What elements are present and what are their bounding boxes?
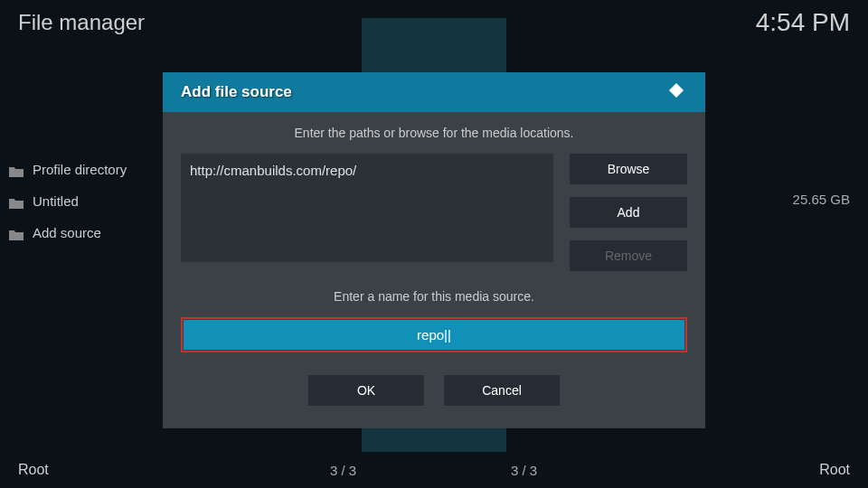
footer-counter-left: 3 / 3 bbox=[330, 463, 356, 478]
name-instruction: Enter a name for this media source. bbox=[181, 289, 687, 304]
page-title: File manager bbox=[18, 10, 145, 35]
sidebar-item-label: Untitled bbox=[33, 193, 79, 209]
dialog-title: Add file source bbox=[181, 83, 292, 101]
footer-left-label: Root bbox=[18, 462, 49, 478]
name-input-highlight: repo| bbox=[181, 317, 687, 352]
folder-icon bbox=[9, 164, 24, 175]
footer-counter-right: 3 / 3 bbox=[511, 463, 537, 478]
kodi-logo-icon bbox=[665, 81, 687, 103]
dialog-header: Add file source bbox=[163, 72, 705, 112]
add-button[interactable]: Add bbox=[570, 197, 687, 228]
size-label: 25.65 GB bbox=[793, 192, 850, 207]
dialog-actions: OK Cancel bbox=[181, 375, 687, 406]
sidebar-item-label: Add source bbox=[33, 225, 101, 240]
sidebar-item-add-source[interactable]: Add source bbox=[9, 217, 172, 249]
clock: 4:54 PM bbox=[756, 8, 850, 37]
path-row: http://cmanbuilds.com/repo/ Browse Add R… bbox=[181, 154, 687, 271]
header: File manager 4:54 PM bbox=[0, 0, 868, 45]
sidebar-item-label: Profile directory bbox=[33, 162, 127, 177]
sidebar-item-untitled[interactable]: Untitled bbox=[9, 185, 172, 217]
sidebar-item-profile[interactable]: Profile directory bbox=[9, 154, 172, 185]
folder-icon bbox=[9, 228, 24, 239]
footer: Root 3 / 3 3 / 3 Root bbox=[0, 452, 868, 488]
name-input-value: repo bbox=[417, 327, 444, 343]
dialog-body: Enter the paths or browse for the media … bbox=[163, 112, 705, 428]
footer-right-label: Root bbox=[819, 462, 850, 478]
add-file-source-dialog: Add file source Enter the paths or brows… bbox=[163, 72, 705, 428]
cancel-button[interactable]: Cancel bbox=[444, 375, 560, 406]
browse-button[interactable]: Browse bbox=[570, 154, 687, 184]
path-buttons: Browse Add Remove bbox=[570, 154, 687, 271]
name-input[interactable]: repo| bbox=[184, 320, 684, 350]
ok-button[interactable]: OK bbox=[308, 375, 424, 406]
folder-icon bbox=[9, 196, 24, 207]
remove-button[interactable]: Remove bbox=[570, 240, 687, 271]
sidebar: Profile directory Untitled Add source bbox=[9, 154, 172, 249]
path-input[interactable]: http://cmanbuilds.com/repo/ bbox=[181, 154, 553, 262]
path-instruction: Enter the paths or browse for the media … bbox=[181, 126, 687, 140]
